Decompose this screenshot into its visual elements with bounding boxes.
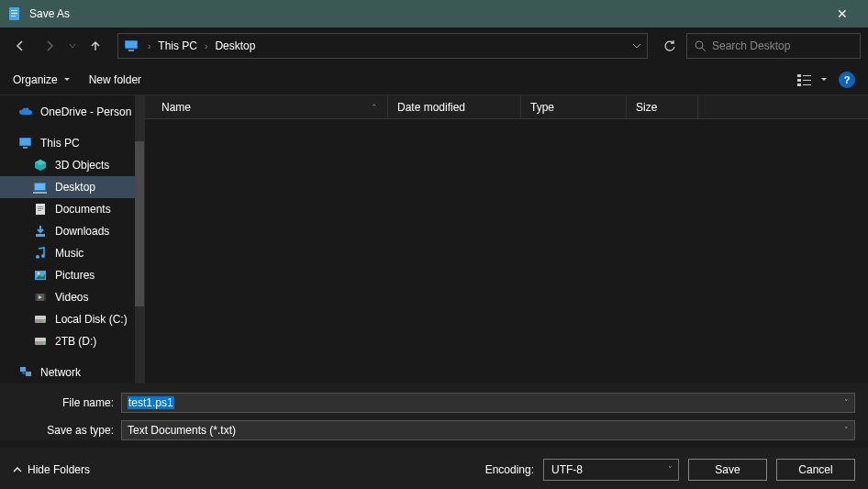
hide-folders-toggle[interactable]: Hide Folders bbox=[13, 463, 90, 476]
svg-rect-22 bbox=[38, 206, 43, 207]
svg-rect-3 bbox=[11, 16, 16, 17]
svg-point-7 bbox=[696, 41, 703, 49]
chevron-down-icon[interactable]: ˅ bbox=[844, 398, 849, 407]
encoding-select[interactable]: UTF-8 ˅ bbox=[543, 459, 679, 481]
chevron-down-icon[interactable]: ˅ bbox=[668, 465, 673, 474]
sidebar-documents[interactable]: Documents bbox=[0, 198, 144, 220]
svg-rect-9 bbox=[797, 74, 801, 77]
breadcrumb-root[interactable]: This PC bbox=[158, 39, 197, 52]
address-bar[interactable]: › This PC › Desktop bbox=[117, 33, 648, 59]
close-button[interactable]: ✕ bbox=[824, 6, 861, 21]
help-button[interactable]: ? bbox=[839, 72, 855, 88]
svg-point-29 bbox=[38, 272, 40, 275]
svg-rect-32 bbox=[44, 294, 46, 301]
svg-rect-2 bbox=[11, 13, 17, 14]
svg-rect-13 bbox=[803, 80, 811, 81]
svg-point-38 bbox=[43, 342, 45, 344]
filename-input[interactable]: test1.ps1 ˅ bbox=[121, 393, 855, 413]
window-title: Save As bbox=[29, 7, 824, 20]
form-area: File name: test1.ps1 ˅ Save as type: Tex… bbox=[0, 383, 868, 440]
sort-indicator-icon: ⌃ bbox=[371, 103, 378, 112]
drive-icon bbox=[33, 334, 48, 349]
back-button[interactable] bbox=[7, 33, 33, 59]
save-button[interactable]: Save bbox=[688, 459, 767, 481]
network-icon bbox=[18, 365, 33, 380]
forward-button[interactable] bbox=[37, 33, 62, 59]
sidebar-scrollbar[interactable] bbox=[135, 95, 144, 383]
pc-icon bbox=[18, 136, 33, 150]
svg-rect-39 bbox=[20, 367, 26, 372]
column-type[interactable]: Type bbox=[521, 95, 627, 118]
svg-rect-10 bbox=[797, 79, 801, 82]
column-date[interactable]: Date modified bbox=[388, 95, 521, 118]
svg-rect-1 bbox=[11, 10, 17, 11]
svg-line-8 bbox=[702, 48, 706, 51]
sidebar-downloads[interactable]: Downloads bbox=[0, 220, 144, 242]
column-name[interactable]: Name ⌃ bbox=[145, 95, 388, 118]
svg-rect-6 bbox=[128, 50, 134, 51]
encoding-label: Encoding: bbox=[485, 463, 534, 476]
title-bar: Save As ✕ bbox=[0, 0, 868, 28]
svg-rect-24 bbox=[38, 210, 41, 211]
sidebar-music[interactable]: Music bbox=[0, 242, 144, 264]
svg-rect-5 bbox=[126, 41, 137, 48]
filename-label: File name: bbox=[13, 396, 114, 409]
chevron-right-icon: › bbox=[148, 41, 150, 51]
sidebar-videos[interactable]: Videos bbox=[0, 286, 144, 308]
chevron-down-icon[interactable]: ˅ bbox=[844, 426, 849, 435]
chevron-down-icon bbox=[63, 76, 71, 83]
pc-icon bbox=[124, 39, 140, 52]
search-box[interactable]: Search Desktop bbox=[686, 33, 861, 59]
sidebar-onedrive[interactable]: OneDrive - Person bbox=[0, 101, 144, 123]
filename-value: test1.ps1 bbox=[128, 396, 174, 409]
chevron-up-icon bbox=[13, 465, 22, 474]
navigation-pane: OneDrive - Person This PC 3D Objects Des… bbox=[0, 95, 145, 383]
svg-rect-25 bbox=[36, 234, 45, 237]
organize-menu[interactable]: Organize bbox=[13, 73, 71, 86]
download-icon bbox=[33, 224, 48, 239]
svg-rect-37 bbox=[35, 338, 46, 341]
svg-rect-34 bbox=[35, 316, 46, 319]
main-area: OneDrive - Person This PC 3D Objects Des… bbox=[0, 95, 868, 383]
svg-rect-11 bbox=[797, 83, 801, 86]
sidebar-desktop[interactable]: Desktop bbox=[0, 176, 144, 198]
drive-icon bbox=[33, 312, 48, 327]
search-icon bbox=[695, 40, 707, 52]
view-options-button[interactable] bbox=[797, 72, 828, 87]
sidebar-network[interactable]: Network bbox=[0, 361, 144, 383]
file-list-body[interactable] bbox=[145, 119, 868, 383]
column-size[interactable]: Size bbox=[627, 95, 698, 118]
cancel-button[interactable]: Cancel bbox=[776, 459, 855, 481]
svg-point-26 bbox=[36, 255, 39, 259]
toolbar: Organize New folder ? bbox=[0, 64, 868, 95]
new-folder-button[interactable]: New folder bbox=[89, 73, 141, 86]
save-type-value: Text Documents (*.txt) bbox=[128, 424, 236, 437]
sidebar-this-pc[interactable]: This PC bbox=[0, 132, 144, 154]
recent-dropdown[interactable] bbox=[66, 33, 79, 59]
sidebar-local-disk[interactable]: Local Disk (C:) bbox=[0, 308, 144, 330]
video-icon bbox=[33, 290, 48, 305]
notepad-icon bbox=[7, 6, 22, 21]
save-type-label: Save as type: bbox=[13, 424, 114, 437]
music-icon bbox=[33, 246, 48, 261]
svg-rect-17 bbox=[23, 147, 28, 149]
sidebar-2tb-drive[interactable]: 2TB (D:) bbox=[0, 330, 144, 352]
desktop-icon bbox=[33, 180, 48, 194]
refresh-button[interactable] bbox=[657, 33, 683, 59]
search-placeholder: Search Desktop bbox=[712, 39, 790, 52]
sidebar-3d-objects[interactable]: 3D Objects bbox=[0, 154, 144, 176]
svg-rect-31 bbox=[35, 294, 37, 301]
breadcrumb-current[interactable]: Desktop bbox=[215, 39, 255, 52]
save-type-select[interactable]: Text Documents (*.txt) ˅ bbox=[121, 420, 855, 440]
cloud-icon bbox=[18, 105, 33, 119]
up-button[interactable] bbox=[83, 33, 108, 59]
svg-point-27 bbox=[41, 254, 45, 258]
column-headers: Name ⌃ Date modified Type Size bbox=[145, 95, 868, 119]
cube-icon bbox=[33, 158, 48, 172]
svg-rect-16 bbox=[20, 139, 30, 145]
column-spacer bbox=[698, 95, 868, 118]
address-dropdown-icon[interactable] bbox=[632, 39, 641, 52]
document-icon bbox=[33, 202, 48, 217]
sidebar-pictures[interactable]: Pictures bbox=[0, 264, 144, 286]
svg-rect-12 bbox=[803, 75, 811, 76]
